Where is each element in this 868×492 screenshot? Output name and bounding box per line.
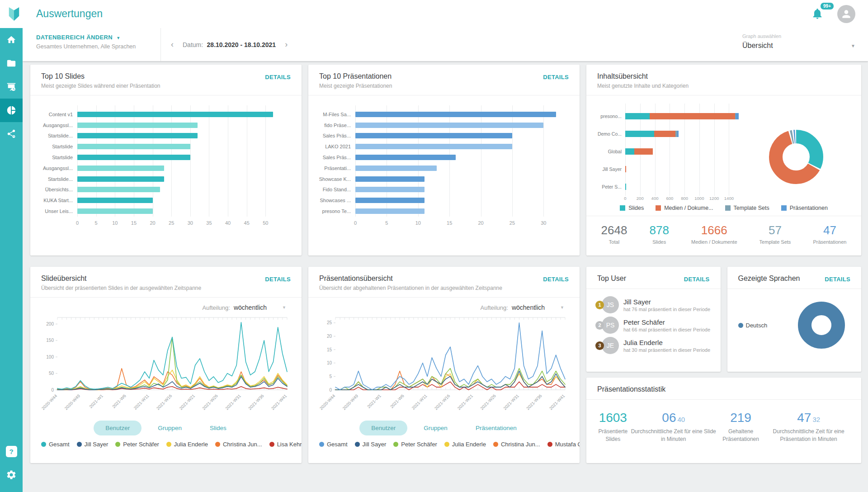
- tab-prsentationen[interactable]: Präsentationen: [464, 421, 528, 435]
- bar-segment: [736, 113, 739, 119]
- slides-line-chart: 0501001502002020-W442020-W492021-W12021-…: [41, 311, 291, 420]
- top-user-info: hat 66 mal präsentiert in dieser Periode: [623, 327, 710, 332]
- top-user-row[interactable]: 2PSPeter Schäferhat 66 mal präsentiert i…: [595, 317, 712, 334]
- stat-item: 2648Total: [601, 223, 627, 245]
- top-user-row[interactable]: 1JSJill Sayerhat 76 mal präsentiert in d…: [595, 296, 712, 313]
- legend-item[interactable]: Peter Schäfer: [393, 441, 437, 448]
- axis-tick-label: 50: [263, 220, 268, 226]
- bar-category-label: Sales Präs...: [316, 155, 355, 160]
- sidebar-item-home[interactable]: [0, 28, 23, 52]
- avatar: PS: [602, 317, 619, 334]
- card-title: Top 10 Präsentationen: [319, 72, 569, 80]
- content-legend: SlidesMedien / Dokume...Template SetsPrä…: [586, 203, 861, 216]
- card-subtitle: Übersicht der präsentierten Slides in de…: [41, 285, 291, 291]
- stat-value: 57: [760, 223, 791, 237]
- top-user-text: Julia Enderlehat 30 mal präsentiert in d…: [623, 339, 710, 353]
- bar-segment: [650, 113, 735, 119]
- sidebar-item-shares[interactable]: [0, 122, 23, 146]
- donut-slice: [805, 308, 838, 342]
- graph-select[interactable]: Graph auswählen Übersicht ▼: [742, 33, 855, 50]
- bar-category-label: Ausgangssl...: [38, 123, 77, 128]
- card-subtitle: Meist gezeigte Präsentationen: [319, 83, 569, 89]
- legend-item[interactable]: Jill Sayer: [77, 441, 108, 448]
- settings-button[interactable]: [0, 463, 23, 487]
- legend-label: Template Sets: [734, 205, 769, 211]
- x-tick-label: 2021-W36: [525, 393, 543, 411]
- stat-value-sub: 40: [677, 416, 685, 423]
- axis-tick-label: 15: [447, 220, 452, 226]
- legend-marker-icon: [781, 205, 787, 211]
- chevron-down-icon: ▼: [560, 305, 564, 310]
- x-tick-label: 2020-W49: [341, 393, 359, 411]
- bar-category-label: Sales Präs...: [316, 133, 355, 138]
- legend-item[interactable]: Medien / Dokume...: [656, 205, 713, 211]
- tab-benutzer[interactable]: Benutzer: [94, 421, 142, 435]
- details-link[interactable]: DETAILS: [543, 74, 569, 80]
- legend-item[interactable]: Mustafa Cak...: [547, 441, 580, 448]
- legend-item[interactable]: Template Sets: [725, 205, 769, 211]
- legend-item[interactable]: Slides: [620, 205, 644, 211]
- bar-category-label: Jill Sayer: [591, 166, 625, 172]
- slide-overview-legend: GesamtJill SayerPeter SchäferJulia Ender…: [41, 435, 291, 448]
- legend-label: Peter Schäfer: [401, 441, 437, 448]
- details-link[interactable]: DETAILS: [825, 276, 850, 283]
- chevron-down-icon: ▼: [116, 36, 120, 40]
- bar-category-label: Startslide: [38, 144, 77, 149]
- next-date-button[interactable]: ›: [282, 38, 290, 51]
- sidebar-item-projects[interactable]: [0, 52, 23, 75]
- axis-tick-label: 10: [415, 220, 421, 226]
- tab-gruppen[interactable]: Gruppen: [146, 421, 193, 435]
- top-user-row[interactable]: 3JEJulia Enderlehat 30 mal präsentiert i…: [595, 337, 712, 354]
- legend-item[interactable]: Gesamt: [41, 441, 70, 448]
- legend-item[interactable]: Präsentationen: [781, 205, 828, 211]
- stat-item: 1603Präsentierte Slides: [595, 411, 631, 444]
- interval-select[interactable]: Aufteilung: wöchentlich ▼: [41, 299, 291, 311]
- app-logo-icon[interactable]: [6, 6, 22, 22]
- legend-item[interactable]: Julia Enderle: [166, 441, 208, 448]
- tab-benutzer[interactable]: Benutzer: [359, 421, 407, 435]
- bar-track: [625, 184, 740, 190]
- details-link[interactable]: DETAILS: [543, 276, 569, 283]
- stat-label: Durchschnittliche Zeit für eine Slide in…: [631, 428, 717, 444]
- legend-item[interactable]: Christina Jun...: [493, 441, 540, 448]
- bar: [355, 176, 425, 182]
- help-button[interactable]: ?: [0, 440, 23, 463]
- x-tick-label: 2020-W44: [319, 393, 336, 411]
- legend-label: Christina Jun...: [223, 441, 262, 448]
- bar-segment: [677, 131, 679, 137]
- legend-marker-icon: [547, 442, 552, 447]
- prev-date-button[interactable]: ‹: [168, 38, 176, 51]
- legend-item[interactable]: Julia Enderle: [444, 441, 486, 448]
- date-range-value[interactable]: 28.10.2020 - 18.10.2021: [207, 41, 276, 48]
- bar: [355, 208, 425, 214]
- legend-item[interactable]: Jill Sayer: [355, 441, 387, 448]
- bar-track: [77, 144, 284, 149]
- axis-tick-label: 0: [76, 220, 79, 226]
- y-tick-label: 200: [46, 322, 54, 326]
- tab-slides[interactable]: Slides: [198, 421, 238, 435]
- x-tick-label: 2021-W41: [548, 393, 566, 411]
- bar-plot-area: [355, 109, 562, 217]
- user-avatar[interactable]: [837, 5, 855, 23]
- rank-badge: 1: [595, 301, 604, 309]
- legend-item[interactable]: Lisa Kehrer: [269, 441, 302, 448]
- legend-item[interactable]: Christina Jun...: [215, 441, 262, 448]
- sidebar-item-presentation-history[interactable]: [0, 75, 23, 99]
- content-donut-chart: [762, 123, 830, 191]
- top-user-text: Peter Schäferhat 66 mal präsentiert in d…: [623, 318, 710, 332]
- date-navigation: ‹ Datum: 28.10.2020 - 18.10.2021 ›: [168, 28, 290, 61]
- tab-gruppen[interactable]: Gruppen: [412, 421, 459, 435]
- legend-item[interactable]: Peter Schäfer: [115, 441, 159, 448]
- details-link[interactable]: DETAILS: [265, 276, 291, 283]
- details-link[interactable]: DETAILS: [265, 74, 291, 80]
- bar: [355, 144, 512, 149]
- gear-icon: [6, 469, 17, 480]
- legend-item[interactable]: Deutsch: [738, 322, 793, 329]
- stat-label: Slides: [650, 239, 669, 245]
- legend-item[interactable]: Gesamt: [319, 441, 348, 448]
- data-range-select[interactable]: DATENBEREICH ÄNDERN▼ Gesamtes Unternehme…: [36, 34, 136, 50]
- bar-segment: [625, 113, 650, 119]
- interval-select[interactable]: Aufteilung: wöchentlich ▼: [319, 299, 569, 311]
- sidebar-item-analytics[interactable]: [0, 99, 23, 122]
- details-link[interactable]: DETAILS: [684, 276, 710, 283]
